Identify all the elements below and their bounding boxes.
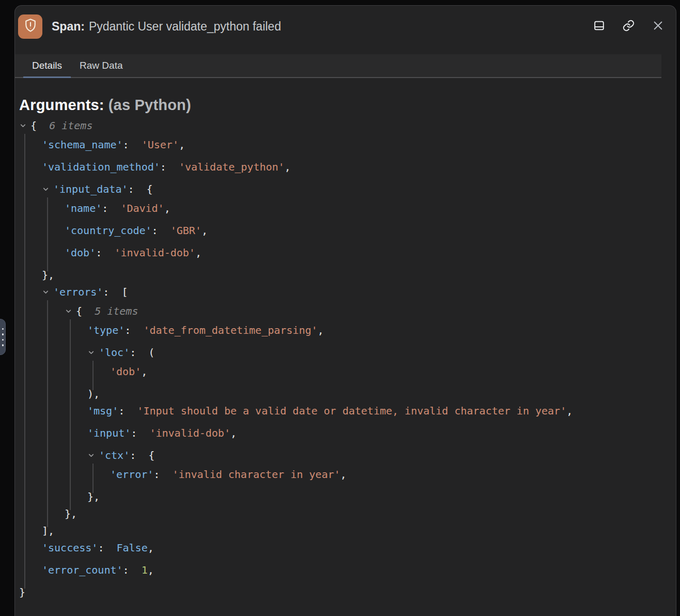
code-token: 6 items: [37, 119, 92, 132]
code-line: },: [19, 268, 676, 285]
code-token: False: [117, 542, 148, 554]
code-token: 'loc': [99, 346, 130, 359]
code-token: 'David': [120, 202, 164, 214]
details-content: Arguments:(as Python) { 6 items'schema_n…: [15, 97, 676, 603]
code-line: 'schema_name': 'User',: [19, 138, 676, 160]
span-detail-panel: Span:Pydantic User validate_python faile…: [14, 5, 676, 616]
code-line: 'country_code': 'GBR',: [19, 224, 676, 246]
code-token: : {: [130, 449, 154, 461]
indent-guide: [92, 361, 94, 390]
arguments-heading-label: Arguments:: [19, 97, 104, 113]
code-token: 'success': [42, 542, 98, 554]
code-token: 'country_code': [65, 224, 152, 237]
code-token: :: [98, 542, 116, 554]
code-token: :: [160, 161, 179, 173]
indent-guide: [70, 319, 71, 510]
indent-guide: [47, 300, 48, 527]
collapse-chevron-icon[interactable]: [87, 346, 99, 359]
code-token: :: [123, 138, 142, 151]
copy-link-button[interactable]: [621, 18, 636, 35]
code-line: },: [19, 490, 676, 507]
code-token: 'error_count': [42, 564, 123, 576]
panel-header: Span:Pydantic User validate_python faile…: [15, 6, 676, 54]
code-line: ],: [19, 524, 676, 541]
code-token: 'input_data': [53, 183, 128, 195]
code-token: 'dob': [65, 247, 96, 259]
arguments-json-tree: { 6 items'schema_name': 'User','validati…: [19, 119, 676, 603]
code-line: },: [19, 507, 676, 524]
code-token: 'date_from_datetime_parsing': [143, 324, 317, 336]
panel-title-kind: Span:: [52, 20, 85, 33]
code-token: ,: [148, 564, 154, 576]
panel-title-text: Pydantic User validate_python failed: [89, 20, 281, 33]
code-token: 'input': [87, 427, 131, 439]
collapse-chevron-icon[interactable]: [87, 449, 99, 462]
close-panel-button[interactable]: [651, 18, 666, 35]
code-line: { 6 items: [19, 119, 676, 138]
code-token: :: [123, 564, 142, 576]
code-token: 'GBR': [171, 224, 202, 237]
code-line: 'dob',: [19, 365, 676, 387]
code-token: 'validation_method': [42, 161, 160, 173]
code-token: 'validate_python': [179, 161, 285, 173]
arguments-heading: Arguments:(as Python): [19, 97, 676, 114]
code-token: 'name': [65, 202, 102, 214]
code-token: 'invalid character in year': [172, 468, 340, 481]
panel-bottom-icon: [593, 19, 606, 34]
code-token: ,: [148, 542, 154, 554]
code-token: {: [76, 305, 82, 317]
code-token: ,: [195, 247, 202, 259]
indent-guide: [24, 134, 25, 589]
panel-resize-handle[interactable]: [0, 319, 6, 355]
close-icon: [652, 19, 664, 34]
code-token: : {: [128, 183, 153, 195]
collapse-chevron-icon[interactable]: [19, 119, 30, 132]
code-line: 'type': 'date_from_datetime_parsing',: [19, 324, 676, 346]
code-token: },: [65, 507, 77, 520]
code-line: 'input': 'invalid-dob',: [19, 426, 676, 449]
code-line: 'success': False,: [19, 541, 676, 563]
code-token: ,: [318, 324, 324, 336]
code-token: 'dob': [110, 365, 141, 378]
code-token: 'invalid-dob': [149, 427, 230, 439]
code-line: ),: [19, 387, 676, 404]
code-token: {: [30, 119, 37, 132]
code-token: 'User': [142, 138, 179, 151]
code-line: 'errors': [: [19, 285, 676, 304]
code-token: 'invalid-dob': [114, 247, 195, 259]
grip-dots-icon: [2, 328, 4, 346]
shield-exclamation-icon: [23, 18, 38, 35]
code-token: ,: [230, 427, 237, 439]
code-line: 'error': 'invalid character in year',: [19, 468, 676, 490]
code-token: 'type': [87, 324, 125, 336]
code-token: ,: [285, 161, 291, 173]
code-token: ),: [87, 388, 100, 400]
code-line: 'name': 'David',: [19, 202, 676, 224]
code-token: :: [131, 427, 149, 439]
collapse-chevron-icon[interactable]: [42, 182, 53, 196]
code-token: : [: [103, 286, 128, 298]
code-token: :: [125, 324, 143, 336]
code-token: 5 items: [82, 305, 138, 317]
dock-panel-bottom-button[interactable]: [592, 18, 607, 35]
code-token: ,: [566, 405, 573, 417]
code-token: ,: [179, 138, 185, 151]
code-token: ,: [202, 224, 208, 237]
header-actions: [592, 18, 666, 35]
tab-details[interactable]: Details: [23, 54, 71, 77]
code-line: 'input_data': {: [19, 182, 676, 202]
code-token: ,: [164, 202, 171, 214]
code-line: 'ctx': {: [19, 449, 676, 468]
code-line: 'msg': 'Input should be a valid date or …: [19, 404, 676, 426]
collapse-chevron-icon[interactable]: [42, 285, 53, 299]
code-token: },: [87, 490, 100, 503]
code-token: ,: [141, 365, 147, 378]
code-token: 'schema_name': [42, 138, 123, 151]
tab-raw-data[interactable]: Raw Data: [71, 54, 131, 77]
code-token: ],: [42, 525, 54, 537]
panel-title: Span:Pydantic User validate_python faile…: [52, 20, 592, 34]
collapse-chevron-icon[interactable]: [65, 304, 76, 318]
arguments-heading-format: (as Python): [109, 97, 191, 113]
code-token: },: [42, 269, 54, 281]
code-token: 'ctx': [99, 449, 130, 461]
